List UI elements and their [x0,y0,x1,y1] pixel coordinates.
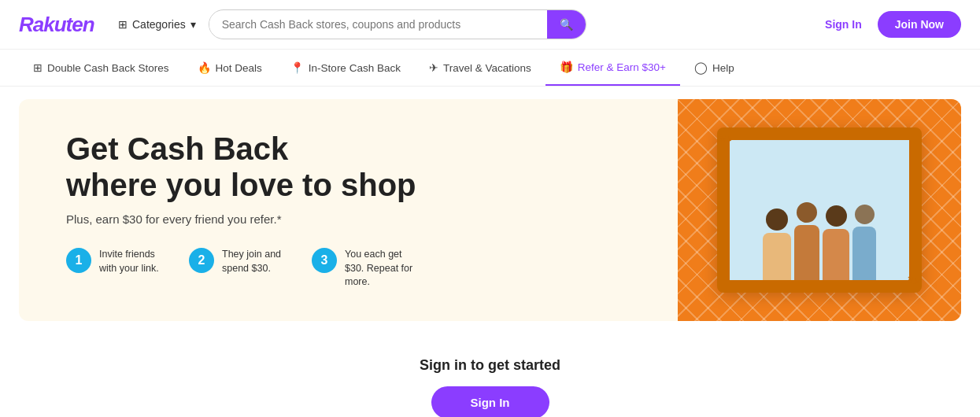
step-1-number: 1 [66,248,91,273]
person-4 [852,205,876,280]
nav-label-double-cash-back: Double Cash Back Stores [47,62,169,74]
nav-label-help: Help [712,62,734,74]
header: Rakuten Categories Sign In Join Now [0,0,980,50]
person-1-head [766,208,788,231]
rakuten-logo: Rakuten [19,13,105,37]
hero-banner: Get Cash Backwhere you love to shop Plus… [19,99,961,321]
pin-icon [290,61,304,74]
step-3: 3 You each get $30. Repeat for more. [312,248,416,290]
nav-label-in-store-cash-back: In-Store Cash Back [309,62,401,74]
nav-item-in-store-cash-back[interactable]: In-Store Cash Back [276,50,415,85]
header-right: Sign In Join Now [825,11,961,38]
chevron-down-icon [190,18,196,31]
nav-item-travel-vacations[interactable]: Travel & Vacations [415,50,545,85]
step-2: 2 They join and spend $30. [189,248,293,275]
person-4-body [852,227,876,280]
gift-icon [560,61,573,73]
search-input[interactable] [209,12,547,37]
nav-item-refer-earn[interactable]: Refer & Earn $30+ [545,50,680,86]
hero-image-area [678,99,961,321]
person-2 [794,202,819,280]
nav-item-hot-deals[interactable]: Hot Deals [183,50,276,85]
nav-item-double-cash-back[interactable]: Double Cash Back Stores [19,50,183,85]
person-1-body [763,233,791,280]
person-2-body [794,225,819,280]
person-3-body [823,229,849,280]
person-3 [823,205,849,280]
help-icon [694,61,708,75]
nav-label-travel-vacations: Travel & Vacations [443,62,531,74]
search-icon [560,17,573,31]
join-now-button[interactable]: Join Now [878,11,961,38]
main-nav: Double Cash Back Stores Hot Deals In-Sto… [0,50,980,87]
sign-in-link[interactable]: Sign In [825,18,862,31]
signin-button[interactable]: Sign In [431,386,549,418]
categories-button[interactable]: Categories [118,18,196,31]
categories-label: Categories [132,18,186,31]
nav-item-help[interactable]: Help [680,50,749,86]
nav-label-refer-earn: Refer & Earn $30+ [578,61,666,73]
step-1: 1 Invite friends with your link. [66,248,170,275]
person-3-head [826,205,847,227]
step-1-text: Invite friends with your link. [99,248,170,275]
step-3-text: You each get $30. Repeat for more. [345,248,416,290]
grid-icon [118,18,128,31]
hero-subtitle: Plus, earn $30 for every friend you refe… [66,212,646,226]
person-4-head [855,205,875,224]
photo-frame [717,127,922,293]
step-2-text: They join and spend $30. [222,248,293,275]
person-2-head [797,202,817,223]
signin-title: Sign in to get started [16,357,964,374]
hero-title: Get Cash Backwhere you love to shop [66,131,646,203]
signin-section: Sign in to get started Sign In Not a mem… [0,334,980,418]
search-button[interactable] [547,10,586,39]
grid-icon [33,61,43,74]
fire-icon [198,61,211,74]
people-image [755,140,884,280]
steps-container: 1 Invite friends with your link. 2 They … [66,248,646,290]
hero-left: Get Cash Backwhere you love to shop Plus… [19,99,678,321]
step-3-number: 3 [312,248,337,273]
person-1 [763,208,791,280]
plane-icon [429,61,438,74]
nav-label-hot-deals: Hot Deals [216,62,262,74]
search-bar [209,9,586,39]
step-2-number: 2 [189,248,214,273]
